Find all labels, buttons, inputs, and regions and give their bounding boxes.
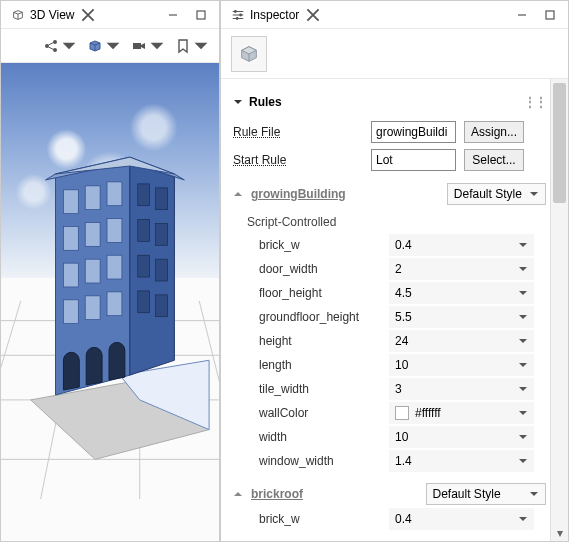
param-value-text: 10 [395, 358, 408, 372]
3d-view-panel: 3D View [0, 0, 220, 542]
style-dropdown[interactable]: Default Style [426, 483, 547, 505]
param-value[interactable]: 1.4 [389, 450, 534, 472]
param-row-height: height24 [247, 329, 546, 353]
chevron-down-icon [518, 264, 528, 274]
rule-file-row: Rule File Assign... [233, 119, 546, 145]
close-tab-icon[interactable] [81, 8, 95, 22]
param-value[interactable]: 10 [389, 426, 534, 448]
svg-point-41 [236, 17, 239, 20]
param-value-text: 0.4 [395, 512, 412, 526]
svg-rect-32 [156, 188, 168, 210]
param-row-wallColor: wallColor#ffffff [247, 401, 546, 425]
param-value-text: 24 [395, 334, 408, 348]
param-name: door_width [247, 262, 389, 276]
param-name: brick_w [247, 238, 389, 252]
svg-rect-0 [197, 11, 205, 19]
start-rule-label[interactable]: Start Rule [233, 153, 363, 167]
group-header-brickroof[interactable]: brickroofDefault Style [233, 481, 546, 507]
assign-button[interactable]: Assign... [464, 121, 524, 143]
style-value: Default Style [433, 487, 501, 501]
svg-rect-27 [107, 255, 122, 279]
style-value: Default Style [454, 187, 522, 201]
param-row-window_width: window_width1.4 [247, 449, 546, 473]
param-value-text: 10 [395, 430, 408, 444]
style-dropdown[interactable]: Default Style [447, 183, 546, 205]
chevron-down-icon [193, 38, 209, 54]
caret-up-icon [233, 189, 243, 199]
caret-down-icon [233, 97, 243, 107]
rule-file-input[interactable] [371, 121, 456, 143]
box-tool[interactable] [87, 38, 121, 54]
chevron-down-icon [518, 240, 528, 250]
minimize-button[interactable] [161, 5, 185, 25]
inspector-tab[interactable]: Inspector [227, 6, 324, 24]
bookmark-tool[interactable] [175, 38, 209, 54]
param-row-width: width10 [247, 425, 546, 449]
camera-tool[interactable] [131, 38, 165, 54]
svg-rect-26 [85, 259, 100, 283]
vertical-scrollbar[interactable]: ▴ ▾ [550, 79, 568, 541]
param-value[interactable]: 0.4 [389, 508, 534, 530]
start-rule-input[interactable] [371, 149, 456, 171]
rules-title: Rules [249, 95, 282, 109]
svg-rect-42 [546, 11, 554, 19]
param-value[interactable]: #ffffff [389, 402, 534, 424]
param-value[interactable]: 24 [389, 330, 534, 352]
svg-rect-35 [138, 255, 150, 277]
param-value[interactable]: 10 [389, 354, 534, 376]
param-value[interactable]: 0.4 [389, 234, 534, 256]
inspector-content: Rules ⋮⋮ Rule File Assign... Start Rule … [221, 79, 550, 541]
scroll-down-icon[interactable]: ▾ [551, 525, 568, 541]
svg-rect-38 [156, 295, 168, 317]
scroll-thumb[interactable] [553, 83, 566, 203]
param-value[interactable]: 4.5 [389, 282, 534, 304]
select-button[interactable]: Select... [464, 149, 524, 171]
svg-rect-19 [63, 190, 78, 214]
param-value[interactable]: 5.5 [389, 306, 534, 328]
param-row-door_width: door_width2 [247, 257, 546, 281]
svg-rect-36 [156, 259, 168, 281]
svg-rect-31 [138, 184, 150, 206]
close-tab-icon[interactable] [306, 8, 320, 22]
rule-file-label[interactable]: Rule File [233, 125, 363, 139]
drag-handle-icon[interactable]: ⋮⋮ [524, 95, 546, 109]
maximize-button[interactable] [538, 5, 562, 25]
param-name: groundfloor_height [247, 310, 389, 324]
inspector-body: Rules ⋮⋮ Rule File Assign... Start Rule … [221, 79, 568, 541]
param-name: wallColor [247, 406, 389, 420]
3d-view-title: 3D View [30, 8, 74, 22]
maximize-button[interactable] [189, 5, 213, 25]
svg-rect-33 [138, 220, 150, 242]
3d-viewport[interactable] [1, 63, 219, 541]
group-header-growingBuilding[interactable]: growingBuildingDefault Style [233, 181, 546, 207]
svg-rect-29 [85, 296, 100, 320]
rules-section-header[interactable]: Rules ⋮⋮ [233, 95, 546, 109]
param-value[interactable]: 2 [389, 258, 534, 280]
chevron-down-icon [518, 432, 528, 442]
start-rule-row: Start Rule Select... [233, 147, 546, 173]
param-value-text: 4.5 [395, 286, 412, 300]
param-value[interactable]: 3 [389, 378, 534, 400]
group-sublabel: Script-Controlled [247, 215, 546, 229]
svg-rect-20 [85, 186, 100, 210]
share-tool[interactable] [43, 38, 77, 54]
inspector-toolbar [221, 29, 568, 79]
object-mode-button[interactable] [231, 36, 267, 72]
3d-view-titlebar: 3D View [1, 1, 219, 29]
svg-rect-23 [85, 223, 100, 247]
chevron-down-icon [518, 514, 528, 524]
param-value-text: 5.5 [395, 310, 412, 324]
param-row-length: length10 [247, 353, 546, 377]
chevron-down-icon [518, 408, 528, 418]
param-name: height [247, 334, 389, 348]
group-link[interactable]: brickroof [251, 487, 303, 501]
inspector-panel: Inspector Rules ⋮⋮ Rule File [220, 0, 569, 542]
3d-view-tab[interactable]: 3D View [7, 6, 99, 24]
svg-point-40 [239, 13, 242, 16]
svg-rect-28 [63, 300, 78, 324]
param-name: brick_w [247, 512, 389, 526]
group-link[interactable]: growingBuilding [251, 187, 346, 201]
cube-outline-icon [11, 8, 25, 22]
minimize-button[interactable] [510, 5, 534, 25]
svg-rect-22 [63, 227, 78, 251]
